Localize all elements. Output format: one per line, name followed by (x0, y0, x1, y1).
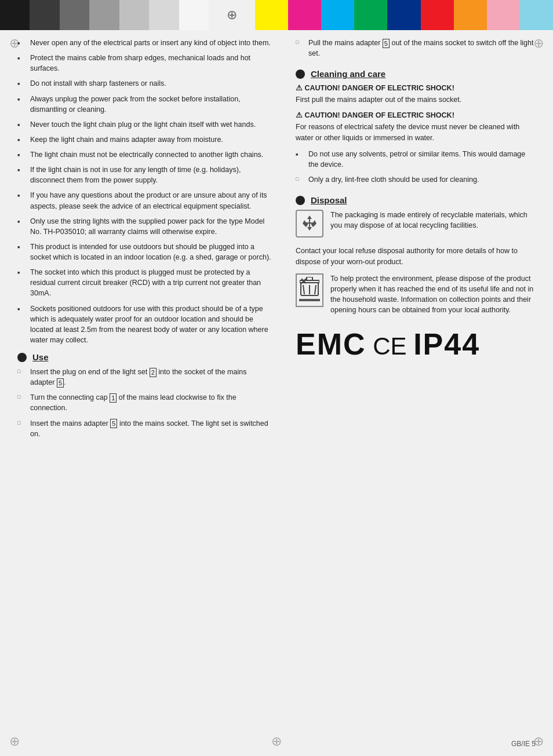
color-block-black1 (0, 0, 30, 30)
left-color-blocks (0, 0, 209, 30)
caution-block-1: ⚠ CAUTION! DANGER OF ELECTRIC SHOCK! Fir… (296, 83, 536, 143)
ref-5b: 5 (110, 419, 117, 428)
weee-box: To help protect the environment, please … (296, 273, 536, 316)
use-section-header: Use (17, 352, 272, 362)
bullet-icon: ■ (17, 56, 27, 61)
bullet-icon: ■ (17, 219, 27, 225)
ref-5a: 5 (57, 378, 64, 388)
main-content: ■ Never open any of the electrical parts… (17, 38, 536, 733)
color-block-cyan (321, 0, 354, 30)
svg-rect-2 (307, 277, 312, 280)
caution-text-1: CAUTION! DANGER OF ELECTRIC SHOCK! (304, 84, 454, 92)
list-item-text: Turn the connecting cap 1 of the mains l… (30, 392, 272, 413)
bullet-icon: ■ (17, 81, 27, 87)
list-item-text: Insert the mains adapter 5 into the main… (30, 418, 272, 439)
use-continued-list: □ Pull the mains adapter 5 out of the ma… (296, 38, 536, 59)
reg-mark-bottom-mid: ⊕ (268, 733, 285, 750)
bullet-icon: ■ (17, 137, 27, 143)
list-item: ■ Sockets positioned outdoors for use wi… (17, 304, 272, 346)
caution-text-2: CAUTION! DANGER OF ELECTRIC SHOCK! (304, 111, 454, 119)
bullet-icon: ■ (17, 97, 27, 103)
list-item: ■ Protect the mains cable from sharp edg… (17, 53, 272, 74)
list-item-text: Sockets positioned outdoors for use with… (30, 304, 272, 346)
color-block-white (179, 0, 209, 30)
list-item: ■ Do not install with sharp fasteners or… (17, 78, 272, 89)
recycle-box: The packaging is made entirely of recycl… (296, 210, 536, 238)
list-item: ■ The light chain must not be electrical… (17, 149, 272, 160)
caution-icon-1: ⚠ (296, 84, 303, 92)
page: ⊕ ⊕ ⊕ ⊕ ⊕ ⊕ ■ Never open any of the elec… (0, 0, 553, 756)
cleaning-list: ■ Do not use any solvents, petrol or sim… (296, 149, 536, 185)
right-column: □ Pull the mains adapter 5 out of the ma… (284, 38, 536, 733)
bullet-icon: ■ (296, 152, 305, 158)
sq-bullet-icon: □ (17, 393, 26, 401)
safety-bullet-list: ■ Never open any of the electrical parts… (17, 38, 272, 345)
color-block-gray1 (60, 0, 89, 30)
list-item: ■ If the light chain is not in use for a… (17, 165, 272, 185)
list-item-text: If the light chain is not in use for any… (30, 165, 272, 185)
caution-detail-2: For reasons of electrical safety the dev… (296, 122, 536, 143)
sq-bullet-icon: □ (17, 419, 26, 427)
list-item: ■ This product is intended for use outdo… (17, 242, 272, 262)
contact-text: Contact your local refuse disposal autho… (296, 246, 536, 268)
list-item-text: Only a dry, lint-free cloth should be us… (308, 174, 479, 185)
section-dot-use (17, 353, 27, 362)
caution-label-2: ⚠ CAUTION! DANGER OF ELECTRIC SHOCK! (296, 111, 536, 119)
list-item-text: This product is intended for use outdoor… (30, 242, 272, 262)
page-number: GB/IE 5 (511, 740, 536, 748)
cleaning-section-title: Cleaning and care (311, 69, 385, 79)
list-item-text: Pull the mains adapter 5 out of the main… (308, 38, 536, 59)
bullet-icon: ■ (17, 122, 27, 128)
bullet-icon: ■ (17, 270, 27, 276)
sq-bullet-icon: □ (296, 176, 305, 183)
cleaning-section-header: Cleaning and care (296, 69, 536, 79)
list-item-text: Never touch the light chain plug or the … (30, 119, 256, 130)
weee-icon (296, 273, 323, 307)
weee-bar (299, 299, 320, 301)
color-block-pink (487, 0, 520, 30)
disposal-section-title: Disposal (311, 195, 347, 205)
bullet-icon: ■ (17, 244, 27, 250)
list-item: ■ Always unplug the power pack from the … (17, 94, 272, 115)
sq-bullet-icon: □ (296, 39, 304, 46)
ref-1: 1 (110, 393, 117, 403)
ref-2: 2 (150, 368, 157, 377)
svg-line-3 (303, 285, 304, 294)
caution-icon-2: ⚠ (296, 111, 303, 119)
recycle-icon (296, 210, 323, 238)
color-block-magenta (288, 0, 321, 30)
sq-bullet-icon: □ (17, 368, 26, 375)
bullet-icon: ■ (17, 193, 27, 199)
list-item-text: The socket into which this product is pl… (30, 267, 272, 298)
list-item: ■ Never touch the light chain plug or th… (17, 119, 272, 130)
bullet-icon: ■ (17, 167, 27, 173)
bullet-icon: ■ (17, 306, 27, 312)
caution-label-1: ⚠ CAUTION! DANGER OF ELECTRIC SHOCK! (296, 83, 536, 92)
list-item-text: Never open any of the electrical parts o… (30, 38, 271, 48)
weee-text: To help protect the environment, please … (330, 273, 536, 316)
color-block-red (421, 0, 454, 30)
reg-mark-bottom-left: ⊕ (6, 733, 23, 750)
list-item: □ Only a dry, lint-free cloth should be … (296, 174, 536, 185)
list-item-text: The light chain must not be electrically… (30, 149, 263, 160)
list-item: ■ Only use the string lights with the su… (17, 216, 272, 237)
color-block-yellow (255, 0, 288, 30)
list-item-text: Protect the mains cable from sharp edges… (30, 53, 272, 74)
emc-label: EMC (296, 327, 366, 361)
list-item-text: Keep the light chain and mains adapter a… (30, 134, 223, 145)
list-item: □ Pull the mains adapter 5 out of the ma… (296, 38, 536, 59)
bullet-icon: ■ (17, 41, 27, 46)
list-item: □ Insert the mains adapter 5 into the ma… (17, 418, 272, 439)
list-item: ■ The socket into which this product is … (17, 267, 272, 298)
right-color-blocks (255, 0, 553, 30)
section-dot-cleaning (296, 70, 305, 79)
left-column: ■ Never open any of the electrical parts… (17, 38, 284, 733)
list-item-text: Do not install with sharp fasteners or n… (30, 78, 166, 89)
list-item: ■ Never open any of the electrical parts… (17, 38, 272, 48)
top-center-crosshair: ⊕ (209, 0, 255, 30)
list-item: □ Turn the connecting cap 1 of the mains… (17, 392, 272, 413)
list-item-text: If you have any questions about the prod… (30, 190, 272, 211)
top-color-bar: ⊕ (0, 0, 553, 30)
bullet-icon: ■ (17, 152, 27, 158)
svg-line-5 (315, 285, 316, 294)
